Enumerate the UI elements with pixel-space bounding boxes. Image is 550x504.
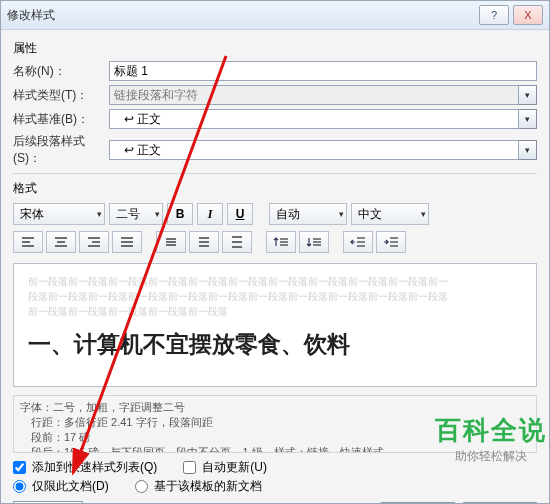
- based-combo-value[interactable]: [109, 109, 519, 129]
- add-to-quick-styles-label: 添加到快速样式列表(Q): [32, 459, 157, 476]
- titlebar: 修改样式 ? X: [1, 1, 549, 30]
- italic-button[interactable]: I: [197, 203, 223, 225]
- this-document-radio[interactable]: [13, 480, 26, 493]
- align-center-button[interactable]: [46, 231, 76, 253]
- name-row: 名称(N)：: [13, 61, 537, 81]
- type-combo-value[interactable]: [109, 85, 519, 105]
- style-description: 字体：二号，加粗，字距调整二号 行距：多倍行距 2.41 字行，段落间距 段前：…: [13, 395, 537, 453]
- options-area: 添加到快速样式列表(Q) 自动更新(U) 仅限此文档(D) 基于该模板的新文档: [13, 459, 537, 495]
- type-row: 样式类型(T)： ▾: [13, 85, 537, 105]
- help-button[interactable]: ?: [479, 5, 509, 25]
- align-left-button[interactable]: [13, 231, 43, 253]
- auto-update-label: 自动更新(U): [202, 459, 267, 476]
- separator: [13, 173, 537, 174]
- this-document-label: 仅限此文档(D): [32, 478, 109, 495]
- name-input[interactable]: [109, 61, 537, 81]
- line-spacing-2-button[interactable]: [222, 231, 252, 253]
- chevron-down-icon[interactable]: ▾: [519, 109, 537, 129]
- modify-style-dialog: 修改样式 ? X 属性 名称(N)： 样式类型(T)： ▾ 样式基准(B)： ▾…: [0, 0, 550, 504]
- next-combo[interactable]: ▾: [109, 140, 537, 160]
- underline-button[interactable]: U: [227, 203, 253, 225]
- format-toolbar-1: 宋体▾ 二号▾ B I U 自动▾ 中文▾: [13, 203, 537, 225]
- properties-label: 属性: [13, 40, 537, 57]
- space-before-inc-button[interactable]: [266, 231, 296, 253]
- indent-decrease-button[interactable]: [343, 231, 373, 253]
- preview-panel: 前一段落前一段落前一段落前一段落前一段落前一段落前一段落前一段落前一段落前一段落…: [13, 263, 537, 387]
- chevron-down-icon: ▾: [339, 209, 344, 219]
- line-spacing-15-button[interactable]: [189, 231, 219, 253]
- auto-update-checkbox[interactable]: [183, 461, 196, 474]
- format-toolbar-2: [13, 231, 537, 253]
- close-button[interactable]: X: [513, 5, 543, 25]
- next-row: 后续段落样式(S)： ▾: [13, 133, 537, 167]
- bold-button[interactable]: B: [167, 203, 193, 225]
- dialog-title: 修改样式: [7, 7, 475, 24]
- line-spacing-1-button[interactable]: [156, 231, 186, 253]
- chevron-down-icon[interactable]: ▾: [519, 140, 537, 160]
- preview-sample-text: 一、计算机不宜摆放零食、饮料: [28, 329, 522, 360]
- next-label: 后续段落样式(S)：: [13, 133, 109, 167]
- based-row: 样式基准(B)： ▾: [13, 109, 537, 129]
- template-radio[interactable]: [135, 480, 148, 493]
- language-combo[interactable]: 中文▾: [351, 203, 429, 225]
- preview-ghost-text: 前一段落前一段落前一段落前一段落前一段落前一段落前一段落前一段落前一段落前一段落…: [28, 274, 522, 319]
- chevron-down-icon: ▾: [97, 209, 102, 219]
- chevron-down-icon[interactable]: ▾: [519, 85, 537, 105]
- template-label: 基于该模板的新文档: [154, 478, 262, 495]
- type-combo[interactable]: ▾: [109, 85, 537, 105]
- space-before-dec-button[interactable]: [299, 231, 329, 253]
- chevron-down-icon: ▾: [421, 209, 426, 219]
- type-label: 样式类型(T)：: [13, 87, 109, 104]
- based-label: 样式基准(B)：: [13, 111, 109, 128]
- based-combo[interactable]: ▾: [109, 109, 537, 129]
- font-family-combo[interactable]: 宋体▾: [13, 203, 105, 225]
- font-color-combo[interactable]: 自动▾: [269, 203, 347, 225]
- align-right-button[interactable]: [79, 231, 109, 253]
- indent-increase-button[interactable]: [376, 231, 406, 253]
- font-size-combo[interactable]: 二号▾: [109, 203, 163, 225]
- name-label: 名称(N)：: [13, 63, 109, 80]
- next-combo-value[interactable]: [109, 140, 519, 160]
- format-label: 格式: [13, 180, 537, 197]
- chevron-down-icon: ▾: [155, 209, 160, 219]
- align-justify-button[interactable]: [112, 231, 142, 253]
- add-to-quick-styles-checkbox[interactable]: [13, 461, 26, 474]
